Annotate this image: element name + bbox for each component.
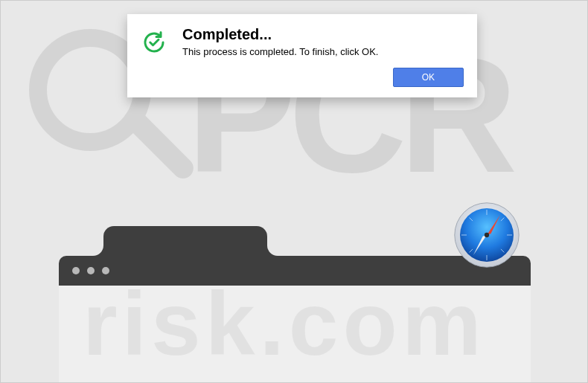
traffic-light-dot (72, 267, 80, 274)
svg-point-15 (485, 233, 489, 237)
svg-rect-1 (120, 105, 198, 183)
dialog-title: Completed... (182, 26, 464, 43)
dialog-content-row: Completed... This process is completed. … (141, 26, 464, 57)
traffic-light-dot (102, 267, 109, 274)
traffic-light-dot (87, 267, 95, 274)
dialog-actions: OK (141, 68, 464, 87)
browser-content-area (59, 286, 531, 382)
dialog-text: Completed... This process is completed. … (182, 26, 464, 57)
safari-compass-icon (453, 202, 520, 268)
svg-point-0 (38, 38, 142, 142)
browser-tab (103, 226, 267, 256)
refresh-check-icon (141, 29, 167, 56)
completed-dialog: Completed... This process is completed. … (127, 14, 477, 97)
ok-button[interactable]: OK (393, 68, 464, 87)
dialog-message: This process is completed. To finish, cl… (182, 46, 464, 57)
